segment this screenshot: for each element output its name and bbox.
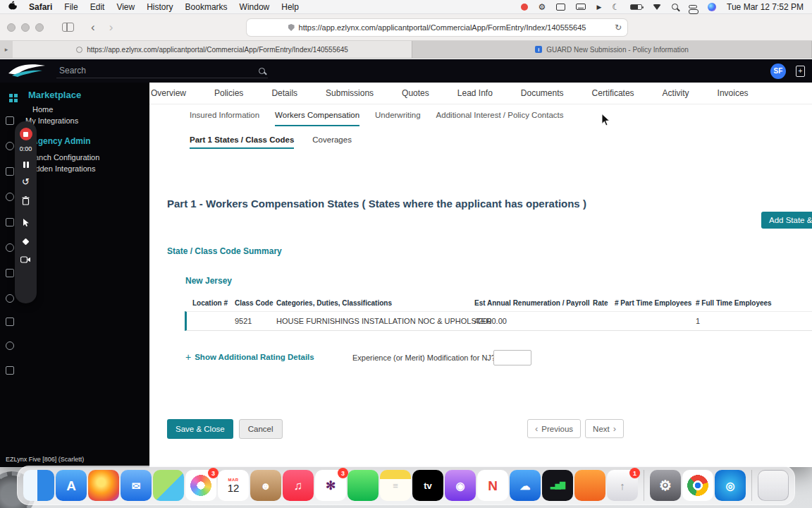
dock-apple-tv[interactable]: tv [412,470,443,501]
dock-notes[interactable]: ≡ [380,470,411,501]
document-rail-icon[interactable] [6,318,14,326]
play-status-icon[interactable]: ▶ [596,4,601,11]
dock-music[interactable]: ♫ [283,470,314,501]
dock-app-store[interactable]: A [56,470,87,501]
menu-help[interactable]: Help [281,2,299,12]
pause-recording-button[interactable] [23,162,29,168]
nav-tab-certificates[interactable]: Certificates [592,88,634,98]
stop-recording-button[interactable] [20,128,32,140]
camera-button[interactable] [20,253,31,266]
battery-icon[interactable] [630,4,642,10]
new-document-icon[interactable]: + [796,66,805,77]
nav-tab-policies[interactable]: Policies [214,88,243,98]
tab-insured-information[interactable]: Insured Information [190,104,259,126]
dock-calendar[interactable]: MAR 12 [218,470,249,501]
tab-overview-icon[interactable]: ▸ [0,41,13,58]
dock-firefox[interactable] [88,470,119,501]
apple-menu[interactable] [8,1,17,13]
browser-tab-active[interactable]: https://app.ezlynx.com/applicantportal/C… [13,41,412,58]
cancel-button[interactable]: Cancel [239,419,283,439]
sidebar-rail-icon[interactable] [6,294,14,303]
user-avatar[interactable]: SF [770,64,786,79]
nav-tab-lead-info[interactable]: Lead Info [457,88,493,98]
reload-icon[interactable]: ↻ [615,23,622,32]
nav-tab-quotes[interactable]: Quotes [402,88,429,98]
siri-icon[interactable] [708,3,716,11]
dock-trash[interactable] [758,470,789,501]
dock-system-settings[interactable]: ⚙ [650,470,681,501]
nav-tab-documents[interactable]: Documents [521,88,564,98]
forward-button[interactable]: › [109,21,113,33]
sidebar-rail-icon[interactable] [6,116,14,125]
sidebar-item-marketplace[interactable]: Marketplace [28,90,81,100]
dock-chrome[interactable] [682,470,713,501]
dock-app-updates[interactable]: ↑1 [607,470,638,501]
tab-underwriting[interactable]: Underwriting [375,104,421,126]
dock-messages[interactable] [347,470,379,501]
delete-recording-button[interactable] [22,195,30,208]
nav-tab-invoices[interactable]: Invoices [718,88,749,98]
close-window-button[interactable] [7,23,16,32]
sidebar-rail-icon[interactable] [6,142,14,150]
grid-icon[interactable] [6,366,14,375]
experience-mod-input[interactable] [493,350,531,365]
dock-books[interactable] [574,470,605,501]
tab-additional-interest[interactable]: Additional Interest / Policy Contacts [436,104,564,126]
dock-stocks[interactable]: ▂▅▇ [542,470,573,501]
tab-coverages[interactable]: Coverages [312,135,352,149]
focus-moon-icon[interactable]: ☾ [612,2,620,12]
nav-tab-activity[interactable]: Activity [663,88,689,98]
dock-podcasts[interactable]: ◉ [445,470,476,501]
sidebar-item-home[interactable]: Home [32,105,53,114]
menu-edit[interactable]: Edit [90,2,105,12]
keyboard-status-icon[interactable] [576,4,586,10]
nav-tab-overview[interactable]: Overview [151,88,186,98]
dock-finder[interactable] [23,470,54,501]
url-field[interactable]: https://app.ezlynx.com/applicantportal/C… [247,19,627,36]
dock-safari[interactable]: ◎ [715,470,746,501]
menu-file[interactable]: File [64,2,78,12]
minimize-window-button[interactable] [21,23,30,32]
dock-slack[interactable]: ✻3 [315,470,346,501]
sidebar-rail-icon[interactable] [6,193,14,201]
dock-news[interactable]: N [477,470,508,501]
plug-icon[interactable] [6,341,14,350]
menu-history[interactable]: History [147,2,173,12]
restart-recording-button[interactable]: ↺ [22,177,30,186]
sidebar-rail-icon[interactable] [6,218,14,226]
nav-tab-submissions[interactable]: Submissions [326,88,374,98]
back-button[interactable]: ‹ [91,21,95,33]
sidebar-rail-icon[interactable] [6,167,14,176]
menu-view[interactable]: View [116,2,135,12]
sparkle-tool-icon[interactable] [23,238,30,246]
search-icon[interactable] [259,68,265,74]
previous-button[interactable]: ‹ Previous [527,419,581,438]
tab-workers-compensation[interactable]: Workers Compensation [275,104,359,126]
zoom-window-button[interactable] [35,23,44,32]
add-state-class-code-button[interactable]: Add State & C [761,212,812,229]
sidebar-rail-icon[interactable] [6,269,14,277]
next-button[interactable]: Next › [585,419,624,438]
control-center-icon[interactable] [689,5,697,8]
sidebar-item-branch-configuration[interactable]: Branch Configuration [27,153,99,162]
cursor-tool-button[interactable] [23,217,30,230]
show-additional-rating-details-link[interactable]: + Show Additional Rating Details [185,351,314,363]
sidebar-item-agency-admin[interactable]: Agency Admin [32,136,91,146]
sidebar-toggle-icon[interactable] [62,23,74,32]
menu-window[interactable]: Window [240,2,270,12]
browser-tab-guard[interactable]: i GUARD New Submission - Policy Informat… [412,41,812,58]
dock-mail[interactable]: ✉ [121,470,152,501]
menu-safari[interactable]: Safari [29,2,52,12]
sidebar-rail-icon[interactable] [6,243,14,252]
dock-maps[interactable] [153,470,184,501]
tab-part1-states-class-codes[interactable]: Part 1 States / Class Codes [190,135,294,149]
dock-photos[interactable]: 3 [185,470,216,501]
menu-bookmarks[interactable]: Bookmarks [185,2,228,12]
spotlight-search-icon[interactable] [672,4,678,10]
sidebar-item-hidden-integrations[interactable]: Hidden Integrations [28,164,95,173]
wifi-icon[interactable] [653,4,661,10]
display-status-icon[interactable] [556,4,565,11]
menubar-clock[interactable]: Tue Mar 12 7:52 PM [727,2,804,12]
dock-weather[interactable]: ☁ [510,470,541,501]
gear-status-icon[interactable]: ⚙ [539,3,546,11]
